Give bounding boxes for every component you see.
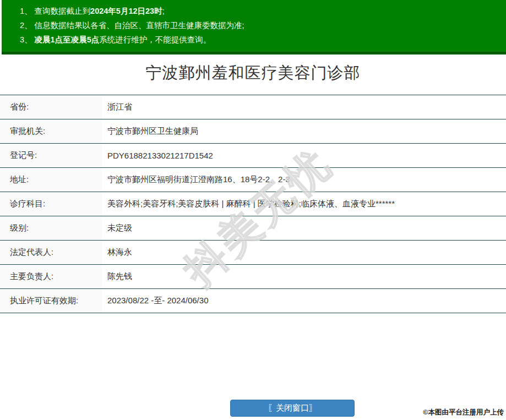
notice-line-number: 1、 — [20, 7, 35, 15]
notice-line-number: 3、 — [20, 35, 35, 44]
notice-line-2: 2、 信息数据结果以各省、自治区、直辖市卫生健康委数据为准; — [20, 18, 500, 32]
field-value: 美容外科;美容牙科;美容皮肤科 | 麻醉科 | 医学检验科;临床体液、血液专业*… — [102, 199, 506, 209]
field-label: 主要负责人: — [0, 265, 102, 288]
table-row: 省份: 浙江省 — [0, 95, 506, 119]
notice-line-number: 2、 — [20, 21, 35, 30]
field-label: 省份: — [0, 95, 102, 119]
field-label: 诊疗科目: — [0, 192, 102, 216]
field-label: 地址: — [0, 168, 102, 192]
notice-text: 信息数据结果以各省、自治区、直辖市卫生健康委数据为准; — [35, 21, 244, 30]
close-window-button[interactable]: 〖关闭窗口〗 — [230, 400, 355, 417]
institution-info-table: 省份: 浙江省 审批机关: 宁波市鄞州区卫生健康局 登记号: PDY618821… — [0, 95, 506, 313]
table-row: 诊疗科目: 美容外科;美容牙科;美容皮肤科 | 麻醉科 | 医学检验科;临床体液… — [0, 192, 506, 216]
field-label: 审批机关: — [0, 119, 102, 143]
notice-text-bold: 凌晨1点至凌晨5点 — [35, 35, 100, 44]
field-value: 浙江省 — [102, 102, 506, 112]
notice-text: 系统进行维护，不能提供查询。 — [99, 35, 211, 44]
table-row: 审批机关: 宁波市鄞州区卫生健康局 — [0, 119, 506, 144]
field-label: 法定代表人: — [0, 241, 102, 264]
notice-line-1: 1、 查询数据截止到2024年5月12日23时; — [20, 4, 500, 18]
field-value: 2023/08/22 -至- 2024/06/30 — [102, 296, 506, 306]
field-value: PDY61882133021217D1542 — [102, 151, 506, 160]
table-row: 级别: 未定级 — [0, 216, 506, 241]
table-row: 登记号: PDY61882133021217D1542 — [0, 144, 506, 168]
table-row: 执业许可证有效期: 2023/08/22 -至- 2024/06/30 — [0, 289, 506, 313]
field-value: 未定级 — [102, 223, 506, 233]
notice-text: 查询数据截止到 — [35, 7, 91, 15]
field-label: 登记号: — [0, 144, 102, 167]
table-row: 地址: 宁波市鄞州区福明街道江澄南路16、18号2-2、2-3 — [0, 168, 506, 192]
notice-text: ; — [162, 7, 165, 15]
field-value: 陈先钱 — [102, 271, 506, 282]
field-value: 林海永 — [102, 247, 506, 258]
table-row: 法定代表人: 林海永 — [0, 241, 506, 265]
notice-line-3: 3、 凌晨1点至凌晨5点系统进行维护，不能提供查询。 — [20, 32, 500, 47]
table-row: 主要负责人: 陈先钱 — [0, 265, 506, 289]
notice-banner: 1、 查询数据截止到2024年5月12日23时; 2、 信息数据结果以各省、自治… — [2, 0, 506, 54]
field-label: 级别: — [0, 216, 102, 240]
field-value: 宁波市鄞州区卫生健康局 — [102, 126, 506, 137]
notice-text-bold: 2024年5月12日23时 — [90, 7, 162, 15]
field-value: 宁波市鄞州区福明街道江澄南路16、18号2-2、2-3 — [102, 174, 506, 185]
field-label: 执业许可证有效期: — [0, 289, 102, 313]
platform-upload-stamp: ©本图由平台注册用户上传 — [423, 408, 504, 417]
page-title: 宁波鄞州羞和医疗美容门诊部 — [0, 62, 506, 84]
